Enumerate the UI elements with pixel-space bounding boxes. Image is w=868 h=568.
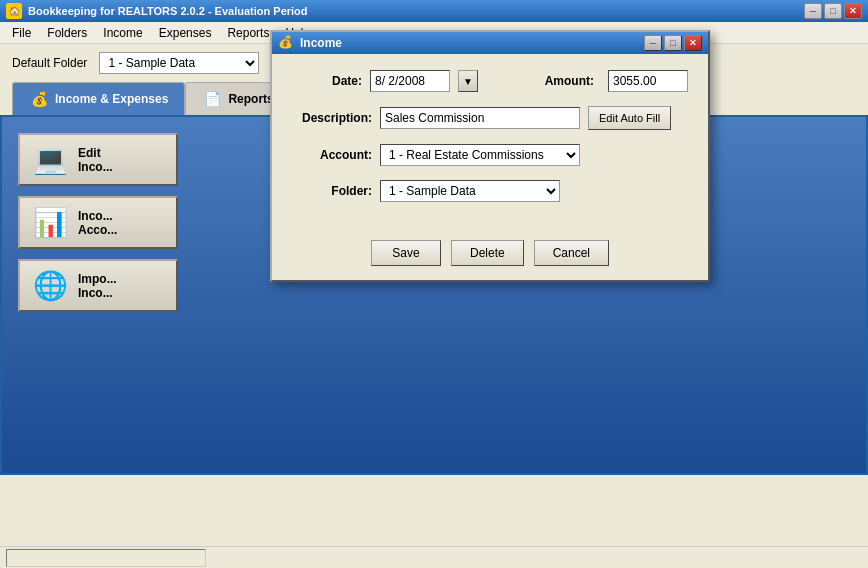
date-input[interactable] xyxy=(370,70,450,92)
dialog-footer: Save Delete Cancel xyxy=(272,232,708,280)
date-label: Date: xyxy=(292,74,362,88)
edit-autofill-button[interactable]: Edit Auto Fill xyxy=(588,106,671,130)
description-row: Description: Edit Auto Fill xyxy=(292,106,688,130)
dialog-title-bar: 💰 Income ─ □ ✕ xyxy=(272,32,708,54)
delete-button[interactable]: Delete xyxy=(451,240,524,266)
folder-label: Folder: xyxy=(292,184,372,198)
dialog-content: Date: ▼ Amount: Description: Edit Auto F… xyxy=(272,54,708,232)
dialog-controls: ─ □ ✕ xyxy=(644,35,702,51)
dialog-restore-button[interactable]: □ xyxy=(664,35,682,51)
account-label: Account: xyxy=(292,148,372,162)
save-button[interactable]: Save xyxy=(371,240,441,266)
folder-row: Folder: 1 - Sample Data xyxy=(292,180,688,202)
amount-input[interactable] xyxy=(608,70,688,92)
date-amount-row: Date: ▼ Amount: xyxy=(292,70,688,92)
dialog-title: Income xyxy=(300,36,342,50)
income-dialog: 💰 Income ─ □ ✕ Date: ▼ Amount: Descripti… xyxy=(270,30,710,282)
account-select[interactable]: 1 - Real Estate Commissions xyxy=(380,144,580,166)
dialog-title-icon: 💰 xyxy=(278,35,294,51)
description-input[interactable] xyxy=(380,107,580,129)
description-label: Description: xyxy=(292,111,372,125)
amount-label: Amount: xyxy=(545,74,594,88)
folder-select[interactable]: 1 - Sample Data xyxy=(380,180,560,202)
dialog-minimize-button[interactable]: ─ xyxy=(644,35,662,51)
account-row: Account: 1 - Real Estate Commissions xyxy=(292,144,688,166)
cancel-button[interactable]: Cancel xyxy=(534,240,609,266)
date-dropdown-button[interactable]: ▼ xyxy=(458,70,478,92)
dialog-overlay: 💰 Income ─ □ ✕ Date: ▼ Amount: Descripti… xyxy=(0,0,868,568)
dialog-close-button[interactable]: ✕ xyxy=(684,35,702,51)
